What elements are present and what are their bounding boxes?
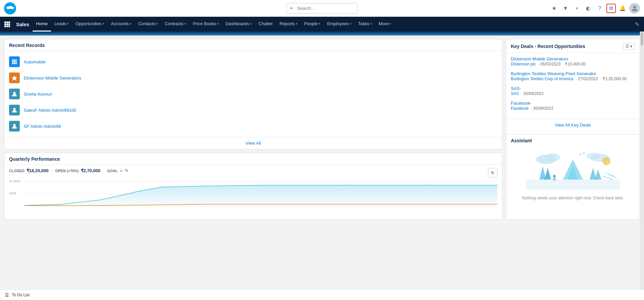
deal-burlington-link[interactable]: Burlington Textiles Weaving Plant Genera… [511, 71, 635, 76]
automobile-icon [9, 56, 20, 67]
recent-records-list: Automobile Dickenson Mobile Generators S… [4, 51, 502, 137]
list-item[interactable]: SalesF Admin Admin99100 [4, 102, 502, 118]
salesf-link[interactable]: SalesF Admin Admin99100 [24, 108, 76, 113]
automobile-link[interactable]: Automobile [24, 59, 46, 64]
view-all-key-deals-link[interactable]: View All Key Deals [555, 122, 591, 128]
svg-line-40 [608, 174, 616, 178]
chart-container: 2.5M 2M [9, 176, 497, 216]
svg-point-33 [602, 157, 610, 165]
deal-dickenson-link[interactable]: Dickenson Mobile Generators [511, 56, 635, 61]
sneha-icon [9, 89, 20, 99]
setup-search-icon[interactable]: ◐ [584, 4, 593, 13]
deal-item: Facebook- Facebook · 30/09/2023 [511, 101, 635, 111]
assistant-title: Assistant [511, 138, 532, 143]
dashboards-caret: ▾ [250, 22, 252, 26]
nav-more[interactable]: More ▾ [375, 17, 395, 32]
svg-rect-15 [15, 61, 17, 62]
goal-edit-btn[interactable]: ✎ [125, 168, 128, 173]
contacts-caret: ▾ [156, 22, 158, 26]
open-value: ₹2,70,000 [81, 168, 101, 173]
list-item[interactable]: Sneha Kovvuri [4, 86, 502, 102]
opportunities-caret: ▾ [103, 22, 104, 26]
nav-edit-icon[interactable]: ✎ [632, 17, 643, 32]
dickenson-icon [9, 72, 20, 83]
svg-rect-6 [8, 23, 10, 25]
more-caret: ▾ [389, 22, 391, 26]
svg-rect-13 [12, 61, 13, 62]
nav-contacts[interactable]: Contacts ▾ [135, 17, 161, 32]
list-item[interactable]: SF Admin Admin99 [4, 118, 502, 134]
add-icon[interactable]: + [572, 4, 582, 13]
salesforce-logo [4, 2, 16, 14]
view-all-link[interactable]: View All [246, 141, 261, 146]
svg-rect-8 [6, 26, 8, 27]
svg-rect-18 [15, 63, 17, 64]
svg-rect-2 [6, 21, 8, 23]
favorites-icon[interactable]: ★ [549, 4, 559, 13]
search-input[interactable] [286, 3, 358, 14]
reports-caret: ▾ [296, 22, 298, 26]
key-deals-filter-btn[interactable]: ☰ ▾ [623, 43, 635, 50]
svg-line-41 [605, 173, 615, 176]
deal-sas-link[interactable]: SAS- [511, 86, 635, 91]
svg-text:2M: 2M [9, 192, 16, 195]
leads-caret: ▾ [67, 22, 69, 26]
closed-value: ₹18,20,000 [26, 168, 49, 173]
sneha-link[interactable]: Sneha Kovvuri [24, 92, 52, 97]
settings-icon[interactable]: ⚙ [606, 4, 616, 13]
nav-tasks[interactable]: Tasks ▾ [355, 17, 375, 32]
deal-item: SAS- SAS · 30/09/2023 [511, 86, 635, 96]
svg-rect-7 [4, 26, 6, 27]
svg-rect-9 [8, 26, 10, 27]
company-facebook-link[interactable]: Facebook [511, 106, 529, 111]
sfadmin-link[interactable]: SF Admin Admin99 [24, 124, 61, 129]
help-icon[interactable]: ? [595, 4, 604, 13]
price-books-caret: ▾ [217, 22, 219, 26]
nav-opportunities[interactable]: Opportunities ▾ [72, 17, 107, 32]
nav-employees[interactable]: Employees ▾ [324, 17, 355, 32]
nav-accounts[interactable]: Accounts ▾ [108, 17, 135, 32]
goal-label: GOAL [107, 169, 118, 173]
filter-caret-icon: ▾ [630, 44, 632, 49]
nav-people[interactable]: People ▾ [301, 17, 324, 32]
nav-contracts[interactable]: Contracts ▾ [161, 17, 190, 32]
svg-rect-16 [12, 63, 13, 64]
nav-home[interactable]: Home [33, 17, 51, 32]
svg-point-22 [13, 124, 16, 127]
company-sas-link[interactable]: SAS [511, 91, 519, 96]
favorites-dropdown-icon[interactable]: ▼ [561, 4, 570, 13]
scrollbar[interactable] [640, 32, 644, 223]
svg-rect-1 [4, 21, 6, 23]
contracts-caret: ▾ [184, 22, 186, 26]
svg-point-34 [553, 175, 556, 178]
avatar[interactable] [629, 3, 640, 14]
nav-bar: Sales Home Leads ▾ Opportunities ▾ Accou… [0, 17, 644, 32]
dickenson-link[interactable]: Dickenson Mobile Generators [24, 76, 81, 81]
scrollbar-thumb[interactable] [641, 32, 643, 46]
key-deals-title: Key Deals - Recent Opportunities [511, 44, 585, 49]
goal-value: -- [120, 168, 123, 173]
company-dickenson-link[interactable]: Dickenson plc [511, 62, 536, 66]
app-grid-icon[interactable] [1, 17, 13, 32]
assistant-message: Nothing needs your attention right now. … [522, 196, 624, 200]
nav-reports[interactable]: Reports ▾ [276, 17, 301, 32]
recent-records-title: Recent Records [9, 43, 45, 48]
list-item[interactable]: Dickenson Mobile Generators [4, 70, 502, 86]
notifications-icon[interactable]: 🔔 [618, 4, 627, 13]
svg-text:2.5M: 2.5M [9, 180, 20, 183]
view-all-key-deals-row: View All Key Deals [506, 119, 640, 131]
recent-records-header: Recent Records [4, 39, 502, 51]
nav-leads[interactable]: Leads ▾ [51, 17, 72, 32]
quarterly-performance-card: Quarterly Performance ↻ CLOSED ₹18,20,00… [4, 153, 502, 220]
nav-chatter[interactable]: Chatter [255, 17, 276, 32]
list-item[interactable]: Automobile [4, 54, 502, 70]
deal-facebook-link[interactable]: Facebook- [511, 101, 635, 106]
company-burlington-link[interactable]: Burlington Textiles Corp of America [511, 77, 574, 81]
svg-rect-10 [12, 59, 13, 61]
nav-dashboards[interactable]: Dashboards ▾ [222, 17, 255, 32]
svg-rect-3 [8, 21, 10, 23]
deal-dickenson-meta: Dickenson plc · 06/03/2023 · ₹15,000.00 [511, 62, 635, 66]
deal-burlington-meta: Burlington Textiles Corp of America · 27… [511, 77, 635, 81]
employees-caret: ▾ [350, 22, 352, 26]
nav-price-books[interactable]: Price Books ▾ [190, 17, 222, 32]
